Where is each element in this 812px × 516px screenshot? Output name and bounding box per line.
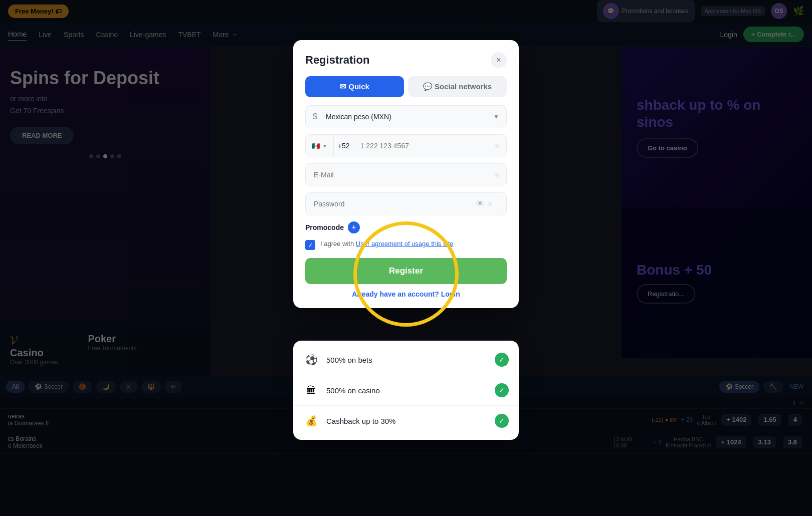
tab-quick[interactable]: ✉ Quick xyxy=(305,76,404,97)
agree-checkbox[interactable]: ✓ xyxy=(305,240,315,250)
benefit-casino: 🏛 500% on casino ✓ xyxy=(293,375,519,406)
user-agreement-link[interactable]: User agreement of usage this site xyxy=(356,240,453,247)
dollar-icon: $ xyxy=(313,112,317,121)
chevron-down-icon: ▼ xyxy=(322,143,327,149)
phone-input[interactable] xyxy=(354,135,495,157)
phone-group: 🇲🇽 ▼ +52 xyxy=(305,134,507,157)
registration-modal: Registration × ✉ Quick 💬 Social networks… xyxy=(293,40,519,308)
currency-group: $ Mexican peso (MXN) ▼ xyxy=(305,105,507,128)
tab-social-networks[interactable]: 💬 Social networks xyxy=(408,76,507,97)
eye-icon[interactable]: 👁 xyxy=(476,199,484,208)
chevron-down-icon: ▼ xyxy=(493,113,499,120)
register-btn-wrapper: Register xyxy=(305,258,507,290)
required-dot xyxy=(495,144,499,148)
password-group: 👁 xyxy=(305,192,507,215)
casino-icon: 🏛 xyxy=(303,382,319,398)
password-wrapper: 👁 xyxy=(305,192,507,215)
login-link[interactable]: Login xyxy=(441,290,460,298)
modal-close-button[interactable]: × xyxy=(491,52,507,68)
benefit-bets: ⚽ 500% on bets ✓ xyxy=(293,345,519,375)
modal-body: $ Mexican peso (MXN) ▼ 🇲🇽 ▼ +52 xyxy=(293,105,519,308)
email-input[interactable] xyxy=(306,164,495,186)
check-icon: ✓ xyxy=(495,383,509,397)
password-input[interactable] xyxy=(306,193,476,215)
modal-header: Registration × xyxy=(293,40,519,76)
currency-select-wrapper[interactable]: $ Mexican peso (MXN) ▼ xyxy=(305,105,507,128)
benefits-panel: ⚽ 500% on bets ✓ 🏛 500% on casino ✓ 💰 Ca… xyxy=(293,341,519,440)
required-dot xyxy=(488,202,492,206)
mx-flag-icon: 🇲🇽 xyxy=(312,142,320,150)
flag-button[interactable]: 🇲🇽 ▼ xyxy=(306,135,334,157)
promocode-row: Promocode + xyxy=(305,221,507,233)
phone-code: +52 xyxy=(334,135,354,157)
check-icon: ✓ xyxy=(495,414,509,428)
benefit-cashback-label: Cashback up to 30% xyxy=(326,417,488,425)
modal-title: Registration xyxy=(305,54,369,67)
login-link-row: Already have an account? Login xyxy=(305,290,507,298)
cashback-icon: 💰 xyxy=(303,413,319,429)
currency-select[interactable]: Mexican peso (MXN) xyxy=(306,106,506,128)
soccer-ball-icon: ⚽ xyxy=(303,352,319,368)
agree-row: ✓ I agree with User agreement of usage t… xyxy=(305,239,507,250)
benefit-bets-label: 500% on bets xyxy=(326,356,488,364)
field-icons: 👁 xyxy=(476,199,506,208)
email-group xyxy=(305,163,507,186)
modal-tabs: ✉ Quick 💬 Social networks xyxy=(293,76,519,105)
email-wrapper xyxy=(305,163,507,186)
promocode-label: Promocode xyxy=(305,223,344,231)
required-dot xyxy=(495,173,499,177)
agree-label: I agree with User agreement of usage thi… xyxy=(320,239,453,248)
benefit-casino-label: 500% on casino xyxy=(326,386,488,395)
benefit-cashback: 💰 Cashback up to 30% ✓ xyxy=(293,406,519,436)
phone-input-row: 🇲🇽 ▼ +52 xyxy=(305,134,507,157)
check-icon: ✓ xyxy=(495,353,509,367)
register-button[interactable]: Register xyxy=(305,258,507,284)
promocode-add-button[interactable]: + xyxy=(348,221,360,233)
